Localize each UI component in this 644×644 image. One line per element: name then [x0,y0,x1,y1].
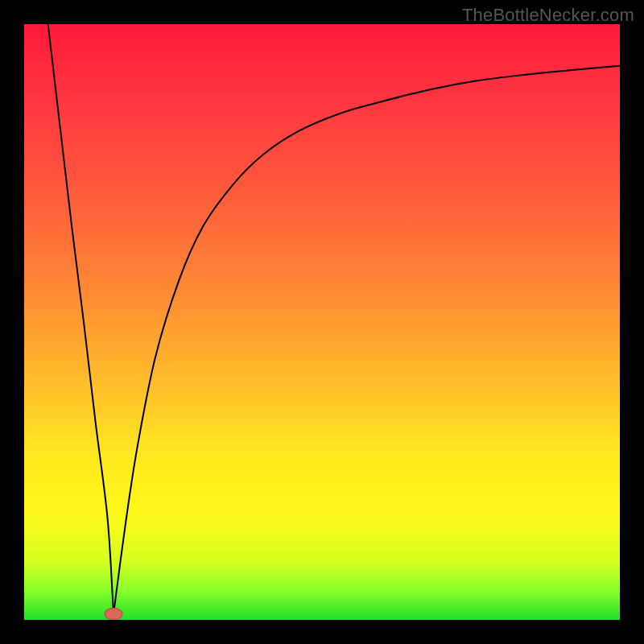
curve-layer [24,24,620,620]
chart-frame: TheBottleNecker.com [0,0,644,644]
notch-marker [105,609,122,620]
plot-area [24,24,620,620]
bottleneck-curve-left [48,24,114,614]
bottleneck-curve-right [114,66,620,614]
watermark-text: TheBottleNecker.com [462,5,634,26]
